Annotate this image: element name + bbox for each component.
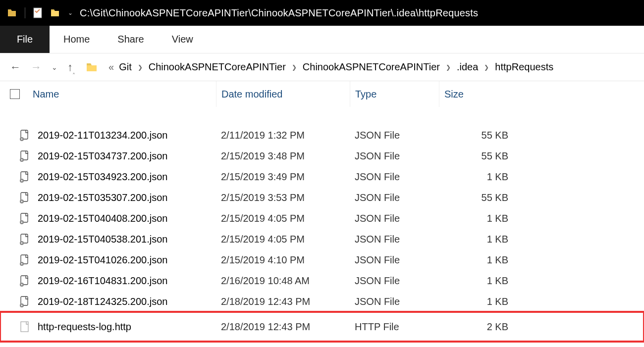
column-headers: ˄ Name Date modified Type Size bbox=[0, 81, 644, 107]
file-date: 2/15/2019 4:05 PM bbox=[216, 234, 350, 245]
file-size: 2 KB bbox=[439, 321, 528, 333]
file-type: JSON File bbox=[350, 296, 439, 307]
file-name: http-requests-log.http bbox=[33, 321, 216, 333]
json-file-icon bbox=[10, 254, 33, 266]
file-row[interactable]: 2019-02-15T040408.200.json2/15/2019 4:05… bbox=[0, 208, 644, 229]
file-date: 2/15/2019 4:05 PM bbox=[216, 213, 350, 224]
file-row[interactable]: 2019-02-15T034737.200.json2/15/2019 3:48… bbox=[0, 146, 644, 166]
column-header-label: Date modified bbox=[221, 89, 282, 100]
file-type: JSON File bbox=[350, 171, 439, 183]
breadcrumb-overflow[interactable]: « bbox=[108, 61, 114, 73]
json-file-icon bbox=[10, 233, 33, 245]
file-name: 2019-02-15T035307.200.json bbox=[33, 192, 216, 203]
file-size: 55 KB bbox=[439, 192, 528, 203]
ribbon-tab-file[interactable]: File bbox=[0, 26, 50, 53]
chevron-right-icon[interactable]: ❯ bbox=[446, 64, 451, 71]
json-file-icon bbox=[10, 171, 33, 183]
select-all-checkbox[interactable] bbox=[10, 81, 33, 107]
file-name: 2019-02-18T124325.200.json bbox=[33, 296, 216, 307]
file-type: HTTP File bbox=[350, 321, 439, 333]
file-date: 2/15/2019 4:10 PM bbox=[216, 254, 350, 266]
file-type: JSON File bbox=[350, 234, 439, 245]
file-row[interactable]: 2019-02-15T041026.200.json2/15/2019 4:10… bbox=[0, 249, 644, 270]
file-size: 1 KB bbox=[439, 296, 528, 307]
breadcrumb-item[interactable]: ChinookASPNETCoreAPINTier bbox=[303, 61, 440, 73]
ribbon-tabs: File Home Share View bbox=[0, 26, 644, 53]
column-header-type[interactable]: Type bbox=[350, 81, 439, 107]
window-title: C:\Git\ChinookASPNETCoreAPINTier\Chinook… bbox=[80, 7, 478, 19]
file-list: 2019-02-11T013234.200.json2/11/2019 1:32… bbox=[0, 107, 644, 342]
file-row[interactable]: 2019-02-15T040538.201.json2/15/2019 4:05… bbox=[0, 229, 644, 249]
ribbon-tab-view[interactable]: View bbox=[158, 26, 207, 53]
file-size: 55 KB bbox=[439, 130, 528, 141]
file-size: 55 KB bbox=[439, 150, 528, 162]
json-file-icon bbox=[10, 129, 33, 141]
open-folder-icon[interactable] bbox=[50, 7, 61, 18]
file-date: 2/15/2019 3:49 PM bbox=[216, 171, 350, 183]
properties-icon[interactable] bbox=[32, 7, 43, 18]
file-name: 2019-02-15T041026.200.json bbox=[33, 254, 216, 266]
file-date: 2/11/2019 1:32 PM bbox=[216, 130, 350, 141]
file-type: JSON File bbox=[350, 254, 439, 266]
file-size: 1 KB bbox=[439, 275, 528, 287]
svg-rect-0 bbox=[34, 8, 42, 18]
file-size: 1 KB bbox=[439, 254, 528, 266]
file-icon bbox=[10, 321, 33, 333]
json-file-icon bbox=[10, 296, 33, 307]
chevron-right-icon[interactable]: ❯ bbox=[484, 64, 489, 71]
file-name: 2019-02-15T040408.200.json bbox=[33, 213, 216, 224]
json-file-icon bbox=[10, 150, 33, 162]
file-date: 2/15/2019 3:53 PM bbox=[216, 192, 350, 203]
nav-bar: ← → ⌄ ↑ « Git ❯ ChinookASPNETCoreAPINTie… bbox=[0, 53, 644, 81]
qat-chevron-icon[interactable]: ⌄ bbox=[68, 9, 73, 16]
file-name: 2019-02-15T034923.200.json bbox=[33, 171, 216, 183]
file-type: JSON File bbox=[350, 213, 439, 224]
column-header-date[interactable]: Date modified bbox=[216, 81, 350, 107]
forward-button[interactable]: → bbox=[31, 61, 42, 74]
column-header-label: Size bbox=[444, 89, 464, 100]
column-header-label: Name bbox=[33, 89, 59, 100]
file-size: 1 KB bbox=[439, 234, 528, 245]
json-file-icon bbox=[10, 275, 33, 287]
ribbon-tab-home[interactable]: Home bbox=[50, 26, 104, 53]
ribbon-tab-share[interactable]: Share bbox=[104, 26, 158, 53]
file-type: JSON File bbox=[350, 192, 439, 203]
pin-folder-icon[interactable] bbox=[7, 7, 18, 18]
json-file-icon bbox=[10, 212, 33, 224]
file-name: 2019-02-15T034737.200.json bbox=[33, 150, 216, 162]
file-size: 1 KB bbox=[439, 213, 528, 224]
file-row[interactable]: 2019-02-16T104831.200.json2/16/2019 10:4… bbox=[0, 270, 644, 291]
file-row[interactable]: 2019-02-18T124325.200.json2/18/2019 12:4… bbox=[0, 291, 644, 312]
json-file-icon bbox=[10, 192, 33, 203]
titlebar: ⌄ C:\Git\ChinookASPNETCoreAPINTier\Chino… bbox=[0, 0, 644, 26]
file-row[interactable]: http-requests-log.http2/18/2019 12:43 PM… bbox=[0, 312, 644, 342]
breadcrumb-item[interactable]: ChinookASPNETCoreAPINTier bbox=[149, 61, 286, 73]
breadcrumb-item[interactable]: Git bbox=[119, 61, 132, 73]
file-type: JSON File bbox=[350, 130, 439, 141]
file-row[interactable]: 2019-02-15T035307.200.json2/15/2019 3:53… bbox=[0, 187, 644, 208]
breadcrumb: « Git ❯ ChinookASPNETCoreAPINTier ❯ Chin… bbox=[108, 61, 553, 73]
back-button[interactable]: ← bbox=[10, 61, 21, 74]
chevron-right-icon[interactable]: ❯ bbox=[292, 64, 297, 71]
breadcrumb-item[interactable]: .idea bbox=[457, 61, 478, 73]
chevron-right-icon[interactable]: ❯ bbox=[138, 64, 143, 71]
file-name: 2019-02-11T013234.200.json bbox=[33, 130, 216, 141]
location-folder-icon[interactable] bbox=[86, 62, 99, 73]
file-row[interactable]: 2019-02-15T034923.200.json2/15/2019 3:49… bbox=[0, 166, 644, 187]
file-type: JSON File bbox=[350, 150, 439, 162]
recent-locations-chevron[interactable]: ⌄ bbox=[52, 63, 57, 71]
file-name: 2019-02-15T040538.201.json bbox=[33, 234, 216, 245]
file-date: 2/16/2019 10:48 AM bbox=[216, 275, 350, 287]
file-row[interactable]: 2019-02-11T013234.200.json2/11/2019 1:32… bbox=[0, 125, 644, 146]
column-header-label: Type bbox=[355, 89, 376, 100]
sort-indicator-icon: ˄ bbox=[72, 72, 75, 79]
file-type: JSON File bbox=[350, 275, 439, 287]
file-name: 2019-02-16T104831.200.json bbox=[33, 275, 216, 287]
file-date: 2/18/2019 12:43 PM bbox=[216, 321, 350, 333]
file-date: 2/18/2019 12:43 PM bbox=[216, 296, 350, 307]
up-button[interactable]: ↑ bbox=[67, 61, 73, 74]
column-header-size[interactable]: Size bbox=[439, 81, 528, 107]
breadcrumb-item[interactable]: httpRequests bbox=[495, 61, 553, 73]
column-header-name[interactable]: ˄ Name bbox=[33, 81, 216, 107]
file-size: 1 KB bbox=[439, 171, 528, 183]
